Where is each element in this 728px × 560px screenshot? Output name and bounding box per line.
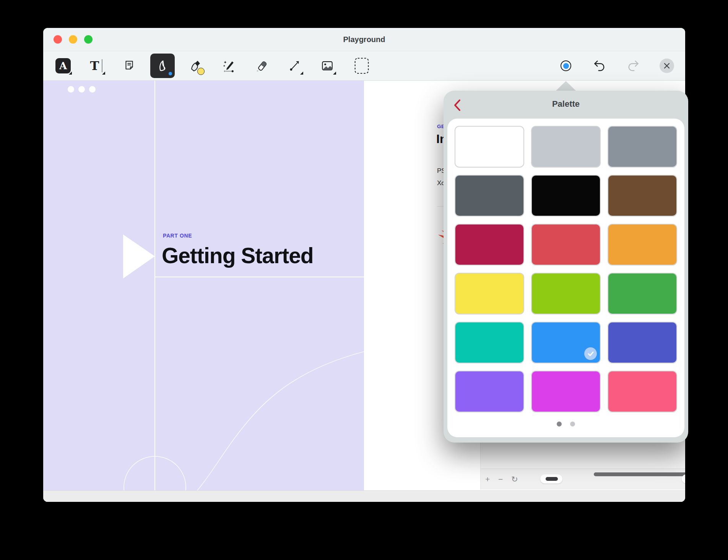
font-style-tool-button[interactable]: A bbox=[53, 55, 73, 76]
close-circle bbox=[660, 59, 674, 73]
color-indicator-button[interactable] bbox=[556, 55, 576, 76]
text-tool-icon: T bbox=[90, 59, 99, 73]
highlighter-tool-button[interactable] bbox=[185, 55, 206, 76]
image-icon bbox=[321, 59, 334, 72]
arrow-line-tool-button[interactable] bbox=[284, 55, 305, 76]
redo-button[interactable] bbox=[623, 55, 644, 76]
zoom-out-button[interactable]: − bbox=[498, 474, 503, 484]
palette-swatch-brown[interactable] bbox=[608, 176, 676, 216]
palette-swatch-gray[interactable] bbox=[608, 127, 676, 167]
note-tool-button[interactable] bbox=[119, 55, 140, 76]
palette-swatch-pink[interactable] bbox=[608, 371, 676, 412]
palette-swatch-black[interactable] bbox=[532, 176, 600, 216]
undo-icon bbox=[593, 60, 606, 72]
part-one-label: PART ONE bbox=[163, 233, 192, 239]
palette-swatch-dark-gray[interactable] bbox=[455, 176, 523, 216]
selection-marquee-icon bbox=[354, 57, 369, 74]
screen: Playground A T bbox=[0, 0, 728, 560]
palette-popover: Palette bbox=[444, 91, 688, 443]
palette-swatch-magenta[interactable] bbox=[532, 371, 600, 412]
palette-swatch-teal[interactable] bbox=[455, 322, 523, 363]
window-title: Playground bbox=[43, 28, 685, 51]
annotation-toolbar: A T bbox=[43, 51, 685, 81]
ink-pen-icon bbox=[155, 59, 170, 73]
ink-pen-tool-button[interactable] bbox=[150, 54, 175, 78]
eraser-icon bbox=[255, 59, 268, 72]
palette-page-dot-2[interactable] bbox=[570, 422, 575, 427]
palette-page-dot-1[interactable] bbox=[557, 422, 562, 427]
palette-swatch-blue[interactable] bbox=[532, 322, 600, 363]
highlighter-color-dot bbox=[197, 68, 205, 75]
palette-swatch-crimson[interactable] bbox=[455, 225, 523, 265]
arrow-line-icon bbox=[288, 59, 301, 72]
palette-swatch-purple[interactable] bbox=[455, 371, 523, 412]
redo-icon bbox=[627, 60, 640, 72]
palette-swatch-yellow[interactable] bbox=[455, 273, 523, 314]
magic-ink-tool-button[interactable] bbox=[218, 55, 239, 76]
popover-arrow bbox=[556, 81, 576, 91]
chapter-title: Getting Started bbox=[162, 243, 314, 268]
font-style-icon: A bbox=[55, 58, 71, 73]
page-deco-graphics bbox=[43, 81, 364, 502]
magic-ink-icon bbox=[222, 59, 236, 73]
zoom-in-button[interactable]: + bbox=[485, 474, 490, 484]
current-color-dot bbox=[563, 63, 569, 69]
palette-panel bbox=[447, 119, 684, 437]
palette-swatch-white[interactable] bbox=[455, 127, 523, 167]
text-cursor-icon bbox=[102, 59, 102, 72]
palette-swatch-orange[interactable] bbox=[608, 225, 676, 265]
close-x-icon bbox=[663, 62, 670, 69]
palette-swatch-red[interactable] bbox=[532, 225, 600, 265]
eraser-tool-button[interactable] bbox=[251, 55, 272, 76]
text-tool-button[interactable]: T bbox=[86, 55, 107, 76]
palette-swatch-indigo[interactable] bbox=[608, 322, 676, 363]
swatch-grid bbox=[455, 127, 676, 412]
palette-swatch-lime[interactable] bbox=[532, 273, 600, 314]
selected-check-icon bbox=[584, 347, 597, 360]
window-bottom-strip bbox=[43, 490, 685, 502]
selection-tool-button[interactable] bbox=[351, 55, 372, 76]
note-icon bbox=[123, 60, 135, 72]
panel-bottom-bar: + − ↻ bbox=[481, 469, 685, 490]
reload-button[interactable]: ↻ bbox=[511, 474, 518, 484]
titlebar: Playground bbox=[43, 28, 685, 51]
palette-page-dots bbox=[447, 422, 684, 427]
image-tool-button[interactable] bbox=[317, 55, 338, 76]
page-indicator-pill[interactable] bbox=[540, 474, 562, 483]
ink-color-dot bbox=[169, 72, 172, 75]
pdf-page-left[interactable]: PART ONE Getting Started bbox=[43, 81, 364, 502]
popover-header: Palette bbox=[444, 91, 688, 119]
undo-button[interactable] bbox=[589, 55, 610, 76]
page-indicator-bar bbox=[546, 477, 558, 481]
palette-swatch-light-gray[interactable] bbox=[532, 127, 600, 167]
palette-swatch-green[interactable] bbox=[608, 273, 676, 314]
color-ring-icon bbox=[561, 60, 571, 71]
popover-title: Palette bbox=[444, 91, 688, 116]
horizontal-scrollbar[interactable] bbox=[594, 472, 685, 476]
close-annotation-button[interactable] bbox=[656, 55, 677, 76]
